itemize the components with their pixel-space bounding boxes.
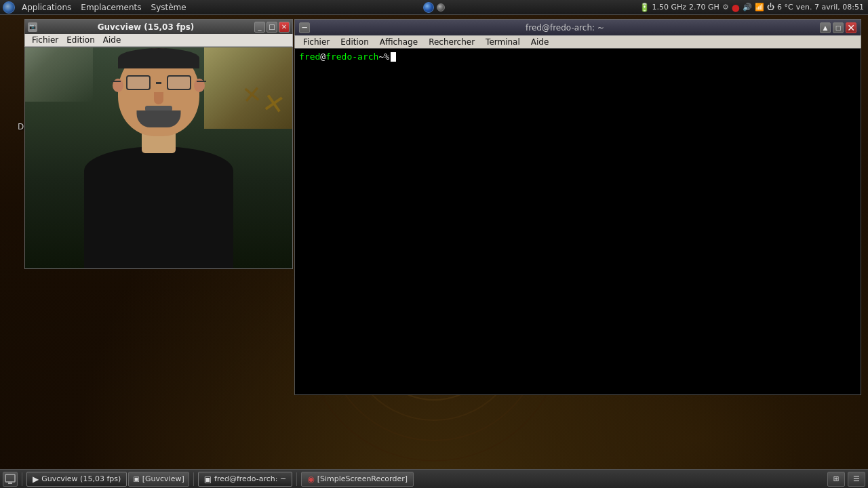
cpu2-display: 2.70 GH [689,3,719,12]
topbar-globe-icon [423,2,434,13]
guvcview-menu-aide[interactable]: Aide [99,35,125,45]
terminal-menu-terminal[interactable]: Terminal [481,37,524,47]
guvcview-title: Guvcview (15,03 fps) [40,22,252,32]
desktop-icon [5,474,16,485]
guvcview-menu-fichier[interactable]: Fichier [28,35,62,45]
prompt-dollar: % [384,52,389,62]
power-icon: ⏻ [767,3,774,12]
topbar-center [423,2,445,13]
taskbar-guvcview-window-button[interactable]: ▣ [Guvcview] [128,472,189,487]
terminal-maximize-button[interactable]: □ [833,22,844,33]
webcam-person [77,52,240,268]
topbar: Applications Emplacements Système 🔋 1.50… [0,0,868,15]
terminal-menu-affichage[interactable]: Affichage [376,37,422,47]
topbar-applications[interactable]: Applications [18,1,75,14]
show-desktop-button[interactable] [3,472,18,487]
volume-icon: 🔊 [743,3,752,12]
topbar-emplacements[interactable]: Emplacements [77,1,145,14]
datetime-display: ven. 7 avril, 08:51 [796,3,864,12]
svg-rect-6 [5,474,15,482]
topbar-systeme[interactable]: Système [147,1,191,14]
terminal-window: ─ fred@fredo-arch: ~ ▲ □ Fichier Edition… [294,19,861,395]
terminal-scroll-up-button[interactable]: ▲ [820,22,831,33]
guvcview-app-icon: 📷 [28,22,37,32]
guvcview-maximize-button[interactable]: □ [267,22,277,33]
terminal-prompt-line: fred@fredo-arch ~ % [299,52,856,62]
terminal-content[interactable]: fred@fredo-arch ~ % [294,48,861,395]
guvcview-titlebar: 📷 Guvcview (15,03 fps) _ □ ✕ [24,19,293,34]
svg-rect-7 [8,483,12,484]
guvcview-window-controls: _ □ ✕ [254,22,290,33]
prompt-host: fredo-arch [326,52,378,62]
taskbar-separator-3 [296,472,297,486]
prompt-user: fred [299,52,320,62]
terminal-menu-rechercher[interactable]: Rechercher [425,37,479,47]
taskbar-right: ⊞ ☰ [827,472,865,487]
terminal-menu-fichier[interactable]: Fichier [299,37,334,47]
topbar-left: Applications Emplacements Système [0,1,639,14]
terminal-menu-aide[interactable]: Aide [527,37,553,47]
taskbar-recorder-button[interactable]: ◉ [SimpleScreenRecorder] [301,472,414,487]
layout-icon-1: ⊞ [833,474,839,483]
terminal-titlebar: ─ fred@fredo-arch: ~ ▲ □ [294,19,861,35]
prompt-path: ~ [378,52,384,62]
guvcview-window: 📷 Guvcview (15,03 fps) _ □ ✕ Fichier Edi… [24,19,293,269]
terminal-minimize-button[interactable]: ─ [299,22,310,33]
recorder-taskbar-icon: ◉ [307,474,314,484]
battery-icon: 🔋 [639,3,650,12]
record-icon: ● [732,2,740,13]
taskbar-separator-2 [193,472,194,486]
prompt-at: @ [320,52,326,62]
taskbar-terminal-button[interactable]: ▣ fred@fredo-arch: ~ [198,472,293,487]
desktop: Applications Emplacements Système 🔋 1.50… [0,0,868,488]
guvcview-close-button[interactable]: ✕ [279,22,290,33]
cpu-icon: ⚙ [722,3,729,12]
terminal-close-button[interactable] [846,22,856,33]
topbar-right: 🔋 1.50 GHz 2.70 GH ⚙ ● 🔊 📶 ⏻ 6 °C ven. 7… [639,2,868,13]
terminal-cursor [391,52,396,62]
network-icon: 📶 [755,3,764,12]
webcam-feed: ✕ ✕ [25,47,292,268]
terminal-title: fred@fredo-arch: ~ [310,23,820,33]
guvcview-window-label: [Guvcview] [142,474,184,483]
terminal-menu-edition[interactable]: Edition [336,37,373,47]
terminal-window-controls-right: ▲ □ [820,22,856,33]
layout-icon-2: ☰ [853,474,860,483]
terminal-menubar: Fichier Edition Affichage Rechercher Ter… [294,35,861,48]
guvcview-menubar: Fichier Edition Aide [24,34,293,47]
guvcview-minimize-button[interactable]: _ [254,22,265,33]
terminal-taskbar-label: fred@fredo-arch: ~ [214,474,286,483]
desktop-icon-label: D [18,122,24,131]
recorder-taskbar-label: [SimpleScreenRecorder] [317,474,408,483]
terminal-window-controls-left: ─ [299,22,310,33]
taskbar-separator-1 [22,472,22,486]
webcam-viewport: ✕ ✕ [24,47,293,269]
cpu1-display: 1.50 GHz [652,3,687,12]
taskbar-layout-button-1[interactable]: ⊞ [827,472,845,487]
guvcview-menu-edition[interactable]: Edition [62,35,99,45]
taskbar-guvcview-button[interactable]: ▶ Guvcview (15,03 fps) [26,472,127,487]
taskbar-layout-button-2[interactable]: ☰ [848,472,865,487]
guvcview-taskbar-label: Guvcview (15,03 fps) [41,474,121,483]
guvcview-taskbar-icon: ▶ [33,474,39,484]
topbar-half-moon-icon [437,3,445,12]
guvcview-window-icon: ▣ [133,475,139,483]
terminal-taskbar-icon: ▣ [204,474,212,484]
taskbar: ▶ Guvcview (15,03 fps) ▣ [Guvcview] ▣ fr… [0,469,868,488]
system-icon [3,1,15,14]
temperature-display: 6 °C [777,3,793,12]
